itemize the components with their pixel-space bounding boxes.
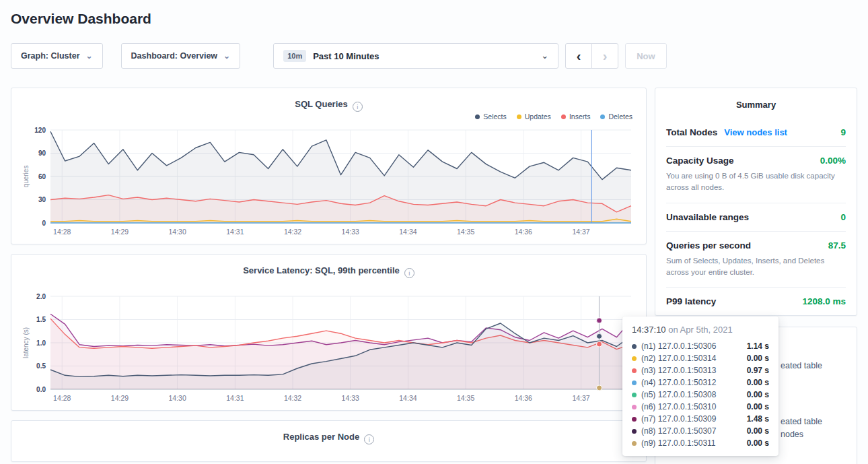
svg-text:90: 90: [38, 150, 46, 157]
summary-label: Unavailable ranges: [666, 212, 749, 222]
tooltip-row: (n9) 127.0.0.1:503110.00 s: [632, 437, 769, 449]
svg-text:latency (s): latency (s): [22, 327, 30, 358]
tooltip-row: (n2) 127.0.0.1:503140.00 s: [632, 352, 769, 364]
sql-queries-chart[interactable]: 14:2814:2914:3014:3114:3214:3314:3414:35…: [21, 125, 638, 239]
tooltip-node-label: (n7) 127.0.0.1:50309: [641, 414, 716, 424]
svg-text:14:29: 14:29: [111, 394, 129, 402]
svg-text:queries: queries: [22, 166, 30, 188]
svg-text:14:32: 14:32: [284, 228, 301, 236]
tooltip-header: 14:37:10 on Apr 5th, 2021: [632, 325, 769, 335]
svg-text:1.5: 1.5: [36, 316, 46, 323]
svg-text:0: 0: [42, 220, 46, 227]
event-item: eated table: [781, 417, 822, 426]
series-dot-icon: [632, 429, 637, 434]
summary-row-capacity-usage: Capacity Usage 0.00% You are using 0 B o…: [666, 146, 846, 203]
event-item: nodes: [781, 430, 803, 439]
tooltip-row: (n6) 127.0.0.1:503100.00 s: [632, 401, 769, 413]
tooltip-node-value: 0.00 s: [747, 426, 769, 436]
tooltip-node-value: 1.14 s: [747, 341, 769, 351]
svg-text:14:32: 14:32: [284, 394, 301, 402]
svg-text:120: 120: [34, 127, 46, 134]
time-next-button[interactable]: ›: [591, 43, 618, 69]
chevron-down-icon: ⌄: [86, 53, 93, 59]
time-range-picker[interactable]: 10m Past 10 Minutes ⌄: [273, 43, 558, 69]
graph-select-label: Graph: Cluster: [21, 51, 80, 61]
dashboard-controls: Graph: Cluster ⌄ Dashboard: Overview ⌄ 1…: [11, 43, 857, 69]
svg-text:14:28: 14:28: [53, 394, 71, 402]
series-dot-icon: [632, 393, 637, 397]
charts-column: SQL Queriesi SelectsUpdatesInsertsDelete…: [11, 88, 647, 462]
svg-text:14:34: 14:34: [399, 394, 417, 402]
info-icon[interactable]: i: [353, 102, 363, 112]
tooltip-node-label: (n4) 127.0.0.1:50312: [641, 378, 716, 387]
info-icon[interactable]: i: [404, 268, 414, 278]
summary-row-p99-latency: P99 latency 1208.0 ms: [666, 287, 846, 315]
summary-caption: You are using 0 B of 4.5 GiB usable disk…: [666, 170, 846, 194]
svg-text:14:37: 14:37: [572, 394, 589, 402]
summary-row-unavailable-ranges: Unavailable ranges 0: [666, 203, 846, 231]
tooltip-node-label: (n2) 127.0.0.1:50314: [641, 354, 716, 363]
series-dot-icon: [632, 356, 637, 361]
svg-text:60: 60: [38, 173, 46, 180]
svg-text:14:36: 14:36: [515, 394, 532, 402]
summary-row-total-nodes: Total Nodes View nodes list 9: [666, 119, 846, 146]
svg-text:14:36: 14:36: [515, 228, 532, 236]
series-dot-icon: [632, 405, 637, 409]
legend-label: Updates: [525, 112, 551, 121]
chart-legend: SelectsUpdatesInsertsDeletes: [475, 112, 632, 121]
svg-text:14:37: 14:37: [572, 228, 589, 236]
tooltip-time: 14:37:10: [632, 325, 666, 335]
summary-panel: Summary Total Nodes View nodes list 9 Ca…: [655, 88, 857, 316]
summary-label: Queries per second: [666, 240, 751, 251]
now-button[interactable]: Now: [625, 43, 666, 69]
series-dot-icon: [632, 380, 637, 385]
legend-item[interactable]: Updates: [517, 112, 551, 121]
chevron-down-icon: ⌄: [541, 53, 548, 59]
tooltip-node-label: (n6) 127.0.0.1:50310: [641, 402, 716, 411]
tooltip-node-value: 0.97 s: [747, 366, 769, 375]
tooltip-row: (n3) 127.0.0.1:503130.97 s: [632, 364, 769, 376]
tooltip-node-label: (n8) 127.0.0.1:50307: [641, 426, 716, 436]
legend-label: Inserts: [569, 112, 591, 121]
info-icon[interactable]: i: [364, 434, 374, 444]
tooltip-node-value: 0.00 s: [747, 438, 769, 448]
tooltip-row: (n8) 127.0.0.1:503070.00 s: [632, 425, 769, 437]
tooltip-node-value: 0.00 s: [747, 378, 769, 387]
svg-text:14:29: 14:29: [111, 228, 129, 236]
legend-label: Deletes: [608, 112, 632, 121]
summary-label: P99 latency: [666, 296, 716, 306]
sql-latency-chart[interactable]: 14:2814:2914:3014:3114:3214:3314:3414:35…: [21, 291, 638, 405]
tooltip-node-value: 0.00 s: [747, 390, 769, 399]
summary-value: 1208.0 ms: [802, 296, 846, 306]
replicas-per-node-panel: Replicas per Nodei: [11, 420, 647, 462]
svg-text:14:35: 14:35: [457, 394, 474, 402]
tooltip-row: (n7) 127.0.0.1:503091.48 s: [632, 413, 769, 425]
series-dot-icon: [600, 114, 605, 119]
time-prev-button[interactable]: ‹: [565, 43, 592, 69]
tooltip-row: (n1) 127.0.0.1:503061.14 s: [632, 340, 769, 352]
legend-item[interactable]: Selects: [475, 112, 506, 121]
tooltip-node-value: 1.48 s: [747, 414, 769, 424]
dashboard-select-dropdown[interactable]: Dashboard: Overview ⌄: [121, 43, 241, 69]
chart-title: SQL Queries: [295, 99, 348, 109]
svg-text:0.5: 0.5: [36, 362, 46, 370]
sql-queries-svg: 14:2814:2914:3014:3114:3214:3314:3414:35…: [21, 125, 638, 239]
summary-row-queries-per-second: Queries per second 87.5 Sum of Selects, …: [666, 231, 846, 288]
sql-latency-p99-svg: 14:2814:2914:3014:3114:3214:3314:3414:35…: [21, 291, 638, 405]
legend-item[interactable]: Inserts: [561, 112, 591, 121]
svg-text:14:31: 14:31: [226, 394, 244, 402]
chart-title: Service Latency: SQL, 99th percentile: [243, 265, 400, 275]
legend-item[interactable]: Deletes: [600, 112, 632, 121]
tooltip-node-label: (n3) 127.0.0.1:50313: [641, 366, 716, 375]
svg-text:14:30: 14:30: [169, 228, 186, 236]
svg-text:14:31: 14:31: [226, 228, 244, 236]
chart-hover-tooltip: 14:37:10 on Apr 5th, 2021 (n1) 127.0.0.1…: [622, 317, 779, 456]
event-item: eated table: [781, 361, 822, 370]
tooltip-node-value: 0.00 s: [747, 402, 769, 411]
svg-text:0.0: 0.0: [36, 386, 46, 393]
graph-select-dropdown[interactable]: Graph: Cluster ⌄: [11, 43, 103, 69]
series-dot-icon: [475, 114, 480, 119]
view-nodes-list-link[interactable]: View nodes list: [724, 127, 787, 137]
summary-value: 0.00%: [820, 156, 846, 166]
svg-text:14:28: 14:28: [53, 228, 71, 236]
